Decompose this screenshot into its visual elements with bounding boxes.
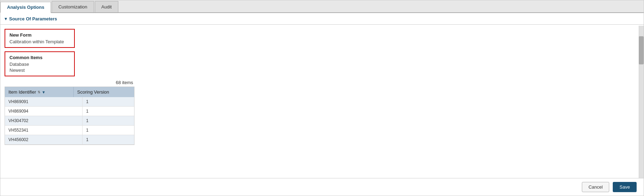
cell-identifier-2: VH304702 (5, 116, 83, 126)
tab-audit-label: Audit (101, 4, 112, 10)
bottom-bar: Cancel Save (0, 178, 644, 196)
column-item-identifier: Item Identifier ⇅ ▼ (5, 87, 73, 97)
table-row: VH869094 1 (5, 107, 134, 116)
cancel-button[interactable]: Cancel (582, 182, 609, 192)
common-items-newest: Newest (9, 68, 70, 73)
cell-scoring-1: 1 (83, 107, 134, 116)
column-item-identifier-label: Item Identifier (8, 89, 36, 95)
new-form-title: New Form (9, 32, 70, 38)
data-table-container: Item Identifier ⇅ ▼ Scoring Version (5, 87, 134, 145)
tabs-bar: Analysis Options Customization Audit (0, 0, 644, 13)
sort-icon-item-identifier[interactable]: ⇅ (38, 90, 40, 94)
data-table: Item Identifier ⇅ ▼ Scoring Version (5, 87, 134, 97)
cell-scoring-0: 1 (83, 97, 134, 107)
new-form-value: Calibration within Template (9, 39, 70, 44)
table-row: VH552341 1 (5, 126, 134, 135)
cell-identifier-0: VH869091 (5, 97, 83, 107)
common-items-database: Database (9, 62, 70, 67)
column-scoring-version: Scoring Version (73, 87, 134, 97)
cell-scoring-2: 1 (83, 116, 134, 126)
new-form-info-box: New Form Calibration within Template (5, 29, 75, 48)
main-content: New Form Calibration within Template Com… (0, 25, 644, 178)
filter-icon-item-identifier[interactable]: ▼ (42, 90, 46, 94)
right-scrollbar[interactable] (639, 26, 644, 178)
cell-identifier-1: VH869094 (5, 107, 83, 116)
tab-analysis-options-label: Analysis Options (7, 5, 44, 10)
cell-scoring-3: 1 (83, 126, 134, 135)
table-body: VH869091 1 VH869094 1 VH304702 1 (5, 97, 134, 145)
tab-customization[interactable]: Customization (52, 1, 94, 12)
data-table-body: VH869091 1 VH869094 1 VH304702 1 (5, 97, 134, 145)
table-row: VH456002 1 (5, 135, 134, 145)
main-container: Analysis Options Customization Audit ▾ S… (0, 0, 644, 196)
tab-analysis-options[interactable]: Analysis Options (0, 2, 51, 13)
tab-audit[interactable]: Audit (95, 1, 119, 12)
section-header: ▾ Source Of Parameters (0, 13, 644, 25)
table-row: VH869091 1 (5, 97, 134, 107)
table-scroll-wrapper[interactable]: VH869091 1 VH869094 1 VH304702 1 (5, 97, 134, 145)
cell-identifier-4: VH456002 (5, 135, 83, 145)
tab-customization-label: Customization (58, 4, 87, 10)
column-scoring-version-label: Scoring Version (77, 89, 109, 95)
scrollbar-thumb[interactable] (639, 36, 644, 64)
section-title: Source Of Parameters (9, 16, 57, 21)
cell-scoring-4: 1 (83, 135, 134, 145)
section-collapse-chevron[interactable]: ▾ (5, 16, 7, 21)
table-row: VH304702 1 (5, 116, 134, 126)
common-items-info-box: Common Items Database Newest (5, 51, 75, 76)
cell-identifier-3: VH552341 (5, 126, 83, 135)
common-items-title: Common Items (9, 55, 70, 60)
items-count: 68 items (5, 80, 134, 85)
table-header-row: Item Identifier ⇅ ▼ Scoring Version (5, 87, 134, 97)
save-button[interactable]: Save (613, 182, 637, 192)
content-area: ▾ Source Of Parameters New Form Calibrat… (0, 13, 644, 196)
